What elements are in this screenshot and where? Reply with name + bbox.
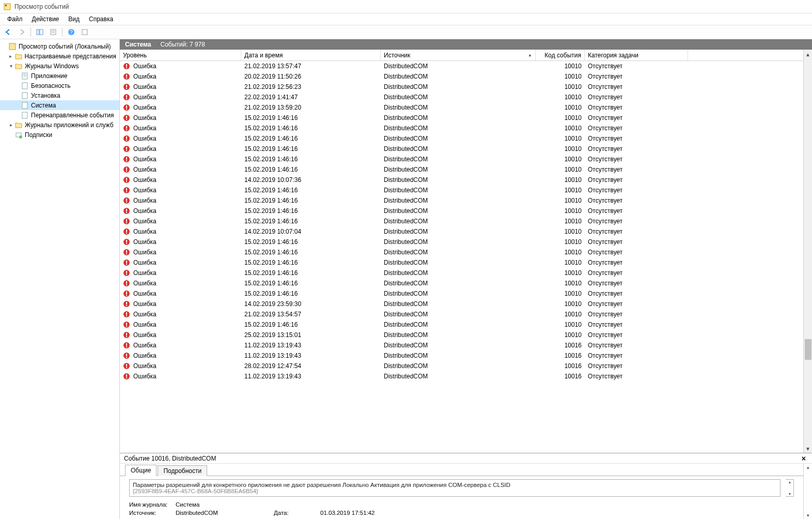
scroll-down-icon[interactable]: ▾ bbox=[804, 444, 812, 453]
column-task[interactable]: Категория задачи bbox=[585, 50, 688, 60]
close-detail-button[interactable]: × bbox=[800, 454, 808, 463]
menu-view[interactable]: Вид bbox=[64, 14, 84, 24]
scroll-up-icon[interactable]: ▴ bbox=[804, 50, 812, 58]
column-date[interactable]: Дата и время bbox=[241, 50, 381, 60]
date-value: 01.03.2019 17:51:42 bbox=[320, 510, 424, 516]
tab-general[interactable]: Общие bbox=[125, 465, 157, 476]
tree-root[interactable]: Просмотр событий (Локальный) bbox=[0, 41, 119, 51]
event-row[interactable]: Ошибка15.02.2019 1:46:16DistributedCOM10… bbox=[120, 123, 803, 133]
help-button[interactable]: ? bbox=[65, 26, 77, 38]
cell-source: DistributedCOM bbox=[381, 300, 536, 308]
back-button[interactable] bbox=[2, 26, 14, 38]
event-row[interactable]: Ошибка15.02.2019 1:46:16DistributedCOM10… bbox=[120, 164, 803, 175]
event-row[interactable]: Ошибка11.02.2019 13:19:43DistributedCOM1… bbox=[120, 340, 803, 350]
column-level[interactable]: Уровень bbox=[120, 50, 241, 60]
svg-rect-45 bbox=[126, 147, 127, 149]
tree-windows-logs[interactable]: ▾ Журналы Windows bbox=[0, 61, 119, 71]
svg-rect-111 bbox=[126, 374, 127, 377]
tree-app-services-logs[interactable]: ▸ Журналы приложений и служб bbox=[0, 120, 119, 130]
tree-security[interactable]: Безопасность bbox=[0, 81, 119, 90]
cell-eventid: 10010 bbox=[536, 207, 585, 215]
cell-source: DistributedCOM bbox=[381, 63, 536, 70]
tree-system[interactable]: Система bbox=[0, 100, 119, 110]
menu-file[interactable]: Файл bbox=[3, 14, 27, 24]
event-row[interactable]: Ошибка11.02.2019 13:19:43DistributedCOM1… bbox=[120, 350, 803, 361]
svg-rect-82 bbox=[126, 274, 127, 275]
event-row[interactable]: Ошибка14.02.2019 10:07:04DistributedCOM1… bbox=[120, 226, 803, 237]
event-row[interactable]: Ошибка15.02.2019 1:46:16DistributedCOM10… bbox=[120, 113, 803, 123]
event-row[interactable]: Ошибка22.02.2019 1:41:47DistributedCOM10… bbox=[120, 92, 803, 102]
forward-button[interactable] bbox=[15, 26, 28, 38]
svg-rect-75 bbox=[126, 250, 127, 253]
source-label: Источник: bbox=[129, 510, 176, 516]
grid-body[interactable]: Ошибка21.02.2019 13:57:47DistributedCOM1… bbox=[120, 61, 803, 453]
event-row[interactable]: Ошибка21.02.2019 13:59:20DistributedCOM1… bbox=[120, 102, 803, 113]
event-row[interactable]: Ошибка15.02.2019 1:46:16DistributedCOM10… bbox=[120, 247, 803, 257]
event-row[interactable]: Ошибка15.02.2019 1:46:16DistributedCOM10… bbox=[120, 195, 803, 206]
toolbar-separator bbox=[30, 27, 31, 37]
scroll-thumb[interactable] bbox=[805, 339, 811, 360]
toolbar: ? bbox=[0, 25, 812, 39]
column-eventid[interactable]: Код события bbox=[536, 50, 585, 60]
expand-icon[interactable]: ▸ bbox=[7, 122, 14, 128]
folder-icon bbox=[14, 121, 23, 129]
tree-subscriptions[interactable]: Подписки bbox=[0, 130, 119, 140]
event-row[interactable]: Ошибка15.02.2019 1:46:16DistributedCOM10… bbox=[120, 288, 803, 299]
show-tree-button[interactable] bbox=[34, 26, 46, 38]
menu-action[interactable]: Действие bbox=[28, 14, 64, 24]
event-row[interactable]: Ошибка14.02.2019 10:07:36DistributedCOM1… bbox=[120, 175, 803, 185]
tab-details[interactable]: Подробности bbox=[158, 465, 207, 476]
collapse-icon[interactable]: ▾ bbox=[7, 63, 14, 69]
properties-button[interactable] bbox=[47, 26, 59, 38]
event-row[interactable]: Ошибка15.02.2019 1:46:16DistributedCOM10… bbox=[120, 216, 803, 226]
refresh-button[interactable] bbox=[79, 26, 91, 38]
svg-rect-15 bbox=[22, 93, 27, 99]
event-row[interactable]: Ошибка21.02.2019 12:56:23DistributedCOM1… bbox=[120, 82, 803, 92]
tree-forwarded[interactable]: Перенаправленные события bbox=[0, 110, 119, 120]
column-source[interactable]: Источник▲ bbox=[381, 50, 536, 60]
cell-source: DistributedCOM bbox=[381, 352, 536, 359]
event-row[interactable]: Ошибка15.02.2019 1:46:16DistributedCOM10… bbox=[120, 237, 803, 247]
tree-setup[interactable]: Установка bbox=[0, 90, 119, 100]
cell-level: Ошибка bbox=[120, 331, 241, 339]
cell-level: Ошибка bbox=[120, 373, 241, 380]
event-row[interactable]: Ошибка11.02.2019 13:19:43DistributedCOM1… bbox=[120, 371, 803, 381]
cell-task: Отсутствует bbox=[585, 73, 688, 80]
cell-source: DistributedCOM bbox=[381, 83, 536, 90]
event-row[interactable]: Ошибка15.02.2019 1:46:16DistributedCOM10… bbox=[120, 185, 803, 195]
event-row[interactable]: Ошибка15.02.2019 1:46:16DistributedCOM10… bbox=[120, 268, 803, 278]
cell-level: Ошибка bbox=[120, 176, 241, 184]
tree-custom-views[interactable]: ▸ Настраиваемые представления bbox=[0, 51, 119, 61]
cell-eventid: 10010 bbox=[536, 331, 585, 339]
event-row[interactable]: Ошибка15.02.2019 1:46:16DistributedCOM10… bbox=[120, 206, 803, 216]
event-row[interactable]: Ошибка14.02.2019 23:59:30DistributedCOM1… bbox=[120, 299, 803, 309]
tree-application[interactable]: Приложение bbox=[0, 71, 119, 81]
detail-outer-scrollbar[interactable]: ▴▾ bbox=[803, 464, 812, 519]
expand-icon[interactable]: ▸ bbox=[7, 53, 14, 59]
menu-help[interactable]: Справка bbox=[85, 14, 117, 24]
cell-source: DistributedCOM bbox=[381, 259, 536, 266]
event-row[interactable]: Ошибка15.02.2019 1:46:16DistributedCOM10… bbox=[120, 257, 803, 268]
event-row[interactable]: Ошибка15.02.2019 1:46:16DistributedCOM10… bbox=[120, 144, 803, 154]
vertical-scrollbar[interactable]: ▴ ▾ bbox=[803, 50, 812, 453]
event-row[interactable]: Ошибка21.02.2019 13:57:47DistributedCOM1… bbox=[120, 61, 803, 71]
cell-eventid: 10010 bbox=[536, 187, 585, 194]
svg-rect-72 bbox=[126, 240, 127, 242]
event-row[interactable]: Ошибка25.02.2019 13:15:01DistributedCOM1… bbox=[120, 330, 803, 340]
event-row[interactable]: Ошибка20.02.2019 11:50:26DistributedCOM1… bbox=[120, 71, 803, 82]
svg-rect-36 bbox=[126, 116, 127, 118]
event-row[interactable]: Ошибка21.02.2019 13:54:57DistributedCOM1… bbox=[120, 309, 803, 319]
event-row[interactable]: Ошибка15.02.2019 1:46:16DistributedCOM10… bbox=[120, 154, 803, 164]
event-row[interactable]: Ошибка15.02.2019 1:46:16DistributedCOM10… bbox=[120, 133, 803, 144]
svg-rect-30 bbox=[126, 95, 127, 98]
cell-task: Отсутствует bbox=[585, 342, 688, 349]
event-row[interactable]: Ошибка15.02.2019 1:46:16DistributedCOM10… bbox=[120, 319, 803, 330]
cell-date: 25.02.2019 13:15:01 bbox=[241, 331, 381, 339]
description-scrollbar[interactable]: ▴▾ bbox=[786, 479, 794, 497]
event-count: Событий: 7 978 bbox=[161, 41, 205, 48]
event-row[interactable]: Ошибка15.02.2019 1:46:16DistributedCOM10… bbox=[120, 278, 803, 288]
cell-level: Ошибка bbox=[120, 269, 241, 277]
svg-rect-91 bbox=[126, 305, 127, 306]
event-row[interactable]: Ошибка28.02.2019 12:47:54DistributedCOM1… bbox=[120, 361, 803, 371]
error-icon bbox=[123, 166, 130, 173]
